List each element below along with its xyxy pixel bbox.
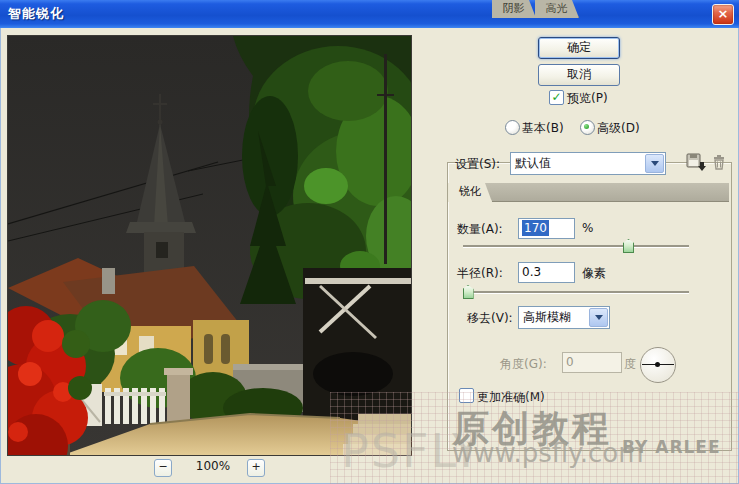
basic-radio-label[interactable]: 基本(B)	[522, 120, 564, 137]
amount-value: 170	[522, 220, 549, 236]
tab-shadow[interactable]: 阴影	[492, 0, 536, 18]
radius-unit: 像素	[582, 265, 606, 282]
radius-value: 0.3	[522, 265, 541, 279]
settings-label: 设置(S):	[455, 156, 500, 173]
basic-radio[interactable]	[505, 120, 520, 135]
angle-hub	[655, 362, 660, 367]
angle-label: 角度(G):	[500, 356, 547, 373]
advanced-radio[interactable]	[580, 120, 595, 135]
angle-dial	[640, 347, 676, 383]
settings-value: 默认值	[511, 155, 644, 172]
remove-dropdown[interactable]: 高斯模糊	[518, 306, 610, 329]
check-icon: ✓	[551, 90, 561, 104]
angle-unit: 度	[624, 356, 636, 373]
amount-slider-thumb[interactable]	[623, 239, 634, 253]
radius-label: 半径(R):	[457, 265, 503, 282]
radius-slider-thumb[interactable]	[463, 285, 474, 299]
radius-input[interactable]: 0.3	[518, 262, 575, 283]
zoom-level: 100%	[183, 459, 243, 473]
zoom-out-button[interactable]: −	[154, 459, 172, 477]
amount-label: 数量(A):	[457, 221, 503, 238]
preview-image[interactable]	[8, 36, 411, 455]
advanced-radio-label[interactable]: 高级(D)	[597, 120, 640, 137]
settings-dropdown[interactable]: 默认值	[510, 152, 666, 175]
chevron-down-icon	[645, 154, 664, 173]
radio-dot-icon	[584, 124, 589, 129]
slider-track	[463, 245, 689, 248]
smart-sharpen-dialog: 智能锐化 ×	[0, 0, 739, 484]
angle-input: 0	[562, 352, 622, 373]
remove-label: 移去(V):	[467, 310, 513, 327]
preview-checkbox[interactable]: ✓	[549, 90, 564, 105]
tab-highlight[interactable]: 高光	[535, 0, 579, 18]
street-scene-photo	[8, 36, 411, 455]
close-icon[interactable]: ×	[712, 4, 734, 25]
angle-value: 0	[566, 355, 574, 369]
zoom-in-button[interactable]: +	[247, 459, 265, 477]
cancel-button[interactable]: 取消	[538, 64, 620, 86]
amount-unit: %	[582, 221, 593, 235]
amount-input[interactable]: 170	[518, 218, 575, 239]
dialog-title: 智能锐化	[0, 5, 64, 23]
more-accurate-checkbox[interactable]: ✓	[459, 388, 474, 403]
tab-sharpen[interactable]: 锐化	[448, 183, 492, 202]
preview-checkbox-label[interactable]: 预览(P)	[567, 90, 608, 107]
slider-track	[463, 291, 689, 294]
title-bar[interactable]: 智能锐化 ×	[0, 0, 739, 28]
radius-slider[interactable]	[463, 284, 689, 300]
delete-settings-icon[interactable]	[710, 152, 729, 171]
remove-value: 高斯模糊	[519, 309, 588, 326]
ok-button[interactable]: 确定	[538, 37, 620, 59]
amount-slider[interactable]	[463, 238, 689, 254]
more-accurate-label[interactable]: 更加准确(M)	[477, 389, 545, 406]
chevron-down-icon	[589, 308, 608, 327]
save-settings-icon[interactable]	[684, 151, 706, 172]
